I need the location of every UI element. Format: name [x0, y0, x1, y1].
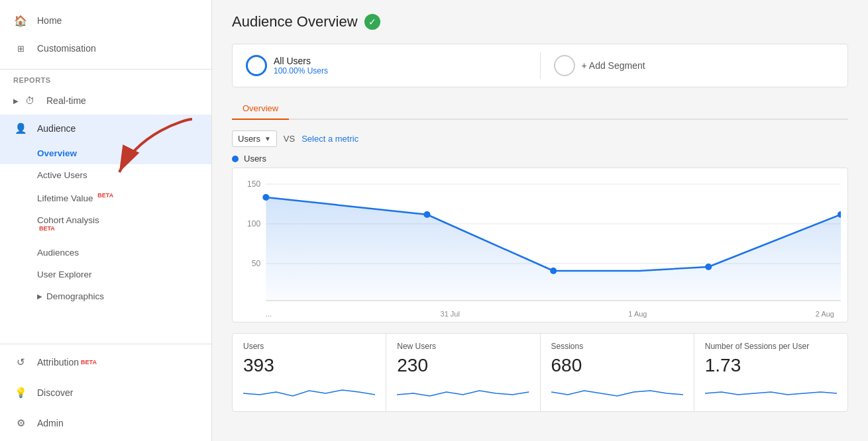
- demographics-expand-icon: ▶: [37, 293, 42, 300]
- sidebar-item-lifetime-value[interactable]: Lifetime Value BETA: [0, 186, 211, 209]
- admin-label: Admin: [37, 418, 64, 428]
- sidebar-cohort-label: Cohort Analysis: [37, 215, 99, 225]
- stat-card-users: Users 393: [233, 334, 386, 411]
- sidebar-item-realtime[interactable]: ▶ ⏱ Real-time: [0, 87, 211, 115]
- sidebar-item-audience[interactable]: 👤 Audience: [0, 115, 211, 142]
- legend-label: Users: [244, 154, 266, 164]
- chart-x-labels: ... 31 Jul 1 Aug 2 Aug: [239, 307, 841, 322]
- stat-sessions-value: 680: [551, 355, 683, 376]
- x-label-2aug: 2 Aug: [816, 310, 834, 318]
- sidebar-item-cohort-analysis[interactable]: Cohort Analysis BETA: [0, 209, 211, 242]
- stat-new-users-value: 230: [397, 355, 529, 376]
- sidebar-bottom: ↺ Attribution BETA 💡 Discover ⚙ Admin: [0, 344, 211, 441]
- chart-area: 150 100 50: [239, 175, 841, 307]
- cohort-beta-badge: BETA: [39, 225, 55, 232]
- select-metric-link[interactable]: Select a metric: [301, 134, 358, 144]
- x-label-start: ...: [266, 310, 272, 318]
- svg-point-9: [262, 194, 269, 201]
- svg-text:100: 100: [247, 219, 260, 228]
- svg-point-12: [705, 264, 712, 270]
- svg-text:150: 150: [247, 179, 260, 189]
- sidebar-active-users-label: Active Users: [37, 170, 87, 180]
- segment-divider: [540, 52, 541, 79]
- stat-new-users-label: New Users: [397, 342, 529, 351]
- sidebar-top-nav: 🏠 Home ⊞ Customisation: [0, 0, 211, 70]
- add-segment-text: + Add Segment: [582, 60, 645, 71]
- sidebar-item-home-label: Home: [37, 15, 62, 26]
- vs-text: VS: [284, 134, 295, 144]
- audience-icon: 👤: [13, 121, 28, 136]
- sidebar-item-customisation-label: Customisation: [37, 43, 96, 54]
- sidebar-item-overview[interactable]: Overview: [0, 142, 211, 164]
- stat-users-label: Users: [243, 342, 375, 351]
- main-content: Audience Overview ✓ All Users 100.00% Us…: [212, 0, 868, 441]
- discover-icon: 💡: [13, 385, 28, 400]
- stat-sessions-per-user-sparkline: [705, 380, 837, 401]
- home-icon: 🏠: [13, 13, 28, 28]
- chart-container: 150 100 50: [232, 168, 848, 322]
- stat-users-value: 393: [243, 355, 375, 376]
- metric-selected-label: Users: [238, 134, 260, 144]
- audience-label: Audience: [37, 123, 76, 134]
- attribution-icon: ↺: [13, 355, 28, 369]
- audience-sub-items: Overview Active Users Lifetime Value BET…: [0, 142, 211, 307]
- sidebar: 🏠 Home ⊞ Customisation REPORTS ▶ ⏱ Real-…: [0, 0, 212, 441]
- sidebar-item-admin[interactable]: ⚙ Admin: [0, 408, 211, 438]
- customisation-icon: ⊞: [13, 41, 28, 56]
- stat-sessions-label: Sessions: [551, 342, 683, 351]
- segment-bar: All Users 100.00% Users + Add Segment: [232, 44, 848, 87]
- sidebar-item-realtime-label: Real-time: [46, 95, 86, 106]
- sidebar-item-demographics[interactable]: ▶ Demographics: [0, 285, 211, 307]
- sidebar-overview-label: Overview: [37, 148, 77, 158]
- tab-bar: Overview: [232, 98, 848, 120]
- page-title-area: Audience Overview ✓: [232, 13, 848, 30]
- sidebar-item-customisation[interactable]: ⊞ Customisation: [0, 34, 211, 62]
- all-users-segment[interactable]: All Users 100.00% Users: [246, 55, 527, 76]
- chart-legend: Users: [232, 154, 848, 164]
- stat-sessions-sparkline: [551, 380, 683, 401]
- add-segment-circle: [554, 55, 575, 76]
- verified-icon: ✓: [364, 14, 380, 30]
- stat-users-sparkline: [243, 380, 375, 401]
- metric-dropdown-arrow: ▼: [264, 135, 271, 142]
- stat-new-users-sparkline: [397, 380, 529, 401]
- sidebar-item-home[interactable]: 🏠 Home: [0, 7, 211, 34]
- metric-controls: Users ▼ VS Select a metric: [232, 130, 848, 147]
- metric-dropdown[interactable]: Users ▼: [232, 130, 277, 147]
- svg-text:50: 50: [252, 259, 261, 268]
- stat-card-sessions: Sessions 680: [541, 334, 694, 411]
- realtime-icon: ⏱: [23, 93, 37, 108]
- stat-sessions-per-user-label: Number of Sessions per User: [705, 342, 837, 351]
- segment-percentage: 100.00% Users: [274, 66, 328, 75]
- sidebar-audiences-label: Audiences: [37, 248, 79, 258]
- sidebar-user-explorer-label: User Explorer: [37, 270, 92, 279]
- reports-section-label: REPORTS: [0, 70, 211, 87]
- stat-card-new-users: New Users 230: [386, 334, 540, 411]
- page-title: Audience Overview: [232, 13, 358, 30]
- segment-circle: [246, 55, 267, 76]
- attribution-beta-badge: BETA: [81, 359, 97, 366]
- segment-info: All Users 100.00% Users: [274, 56, 328, 75]
- admin-icon: ⚙: [13, 416, 28, 430]
- x-label-31jul: 31 Jul: [441, 310, 460, 318]
- legend-dot: [232, 156, 239, 162]
- realtime-expand-icon: ▶: [13, 97, 19, 105]
- sidebar-lifetime-value-label: Lifetime Value: [37, 193, 93, 203]
- sidebar-item-active-users[interactable]: Active Users: [0, 164, 211, 186]
- chart-svg: 150 100 50: [239, 175, 841, 307]
- sidebar-item-audiences[interactable]: Audiences: [0, 242, 211, 264]
- add-segment-button[interactable]: + Add Segment: [554, 55, 835, 76]
- stat-sessions-per-user-value: 1.73: [705, 355, 837, 376]
- sidebar-item-attribution[interactable]: ↺ Attribution BETA: [0, 347, 211, 377]
- lifetime-value-beta-badge: BETA: [97, 192, 113, 199]
- sidebar-demographics-label: Demographics: [46, 291, 104, 301]
- attribution-label: Attribution: [37, 357, 79, 368]
- stats-row: Users 393 New Users 230 Sessions 680 Num…: [232, 333, 848, 412]
- tab-overview[interactable]: Overview: [232, 98, 289, 120]
- sidebar-item-user-explorer[interactable]: User Explorer: [0, 264, 211, 285]
- segment-name: All Users: [274, 56, 328, 66]
- svg-point-11: [550, 268, 557, 274]
- sidebar-item-discover[interactable]: 💡 Discover: [0, 377, 211, 408]
- stat-card-sessions-per-user: Number of Sessions per User 1.73: [694, 334, 847, 411]
- x-label-1aug: 1 Aug: [628, 310, 647, 318]
